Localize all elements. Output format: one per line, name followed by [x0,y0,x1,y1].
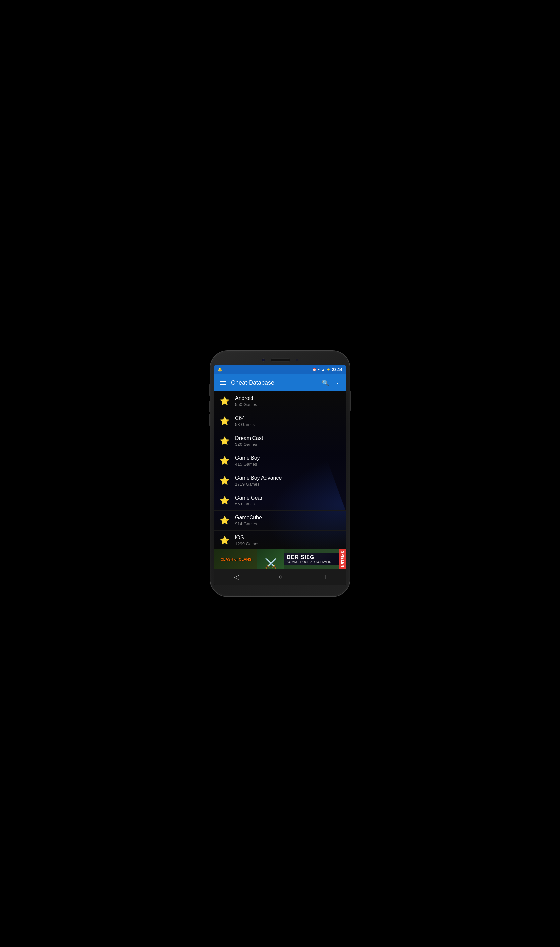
item-text-ios: iOS 1299 Games [235,535,260,546]
list-item-c64[interactable]: ⭐ C64 58 Games [214,411,346,431]
item-title-android: Android [235,396,257,401]
notification-icon: 🔔 [218,367,222,371]
item-title-gamecube: GameCube [235,515,262,521]
ad-subtext: KOMMT HOCH ZU SCHWEIN [287,560,337,564]
item-text-gamecube: GameCube 914 Games [235,515,262,527]
ad-text: DER SIEG KOMMT HOCH ZU SCHWEIN [284,553,339,565]
recent-apps-button[interactable]: □ [315,570,332,584]
item-count-c64: 58 Games [235,422,255,427]
search-icon[interactable]: 🔍 [320,378,330,388]
phone-bottom [214,585,346,590]
star-icon: ⭐ [220,536,230,545]
item-title-c64: C64 [235,415,255,421]
ad-banner[interactable]: CLASH of CLANS ⚔️ DER SIEG KOMMT HOCH ZU… [214,549,346,569]
phone-frame: 🔔 ⏰ ▾ ▲ ⚡ 23:14 Cheat-Database 🔍 ⋮ [211,351,349,596]
item-title-ios: iOS [235,535,260,540]
item-text-android: Android 550 Games [235,396,257,407]
ad-cta-button[interactable]: SPIELEN [339,549,346,569]
list-item-gamecube[interactable]: ⭐ GameCube 914 Games [214,511,346,531]
item-title-gameboyadvance: Game Boy Advance [235,475,282,481]
list-item-ios[interactable]: ⭐ iOS 1299 Games [214,531,346,549]
signal-icon: ▲ [322,368,325,371]
screen: 🔔 ⏰ ▾ ▲ ⚡ 23:14 Cheat-Database 🔍 ⋮ [214,365,346,585]
item-count-dreamcast: 326 Games [235,442,263,447]
star-icon: ⭐ [220,496,230,505]
star-icon: ⭐ [220,456,230,465]
ad-character-icon: ⚔️ [265,559,277,568]
phone-top [214,357,346,365]
hamburger-icon [220,382,226,383]
front-camera [262,358,265,362]
item-text-dreamcast: Dream Cast 326 Games [235,435,263,447]
item-count-ios: 1299 Games [235,541,260,546]
more-options-icon[interactable]: ⋮ [333,378,342,388]
nav-bar: ◁ ○ □ [214,569,346,585]
battery-icon: ⚡ [326,368,330,371]
status-time: 23:14 [332,367,342,372]
menu-button[interactable] [218,380,227,386]
list-item-gameboy[interactable]: ⭐ Game Boy 415 Games [214,451,346,471]
sensor [295,359,298,361]
list-item-android[interactable]: ⭐ Android 550 Games [214,391,346,411]
toolbar-actions: 🔍 ⋮ [320,378,342,388]
list-item-gameboyadvance[interactable]: ⭐ Game Boy Advance 1719 Games [214,471,346,491]
item-count-gamecube: 914 Games [235,521,262,527]
item-title-dreamcast: Dream Cast [235,435,263,441]
home-button[interactable]: ○ [272,570,289,584]
item-count-gamegear: 55 Games [235,502,263,507]
item-text-gameboyadvance: Game Boy Advance 1719 Games [235,475,282,487]
hamburger-icon [220,381,226,382]
hamburger-icon [220,384,226,385]
list-item-dreamcast[interactable]: ⭐ Dream Cast 326 Games [214,431,346,451]
back-button[interactable]: ◁ [227,570,246,584]
item-title-gameboy: Game Boy [235,455,260,461]
item-text-gameboy: Game Boy 415 Games [235,455,260,467]
alarm-icon: ⏰ [312,368,317,371]
status-right: ⏰ ▾ ▲ ⚡ 23:14 [312,367,342,372]
star-icon: ⭐ [220,476,230,485]
item-text-gamegear: Game Gear 55 Games [235,495,263,507]
item-count-gameboy: 415 Games [235,462,260,467]
item-title-gamegear: Game Gear [235,495,263,501]
star-icon: ⭐ [220,516,230,525]
status-bar: 🔔 ⏰ ▾ ▲ ⚡ 23:14 [214,365,346,374]
ad-characters: ⚔️ [257,549,284,569]
content-area: ⭐ Android 550 Games ⭐ C64 58 Games ⭐ Dre… [214,391,346,549]
star-icon: ⭐ [220,436,230,445]
star-icon: ⭐ [220,416,230,426]
status-left: 🔔 [218,367,222,371]
ad-logo-area: CLASH of CLANS [214,549,257,569]
item-count-android: 550 Games [235,402,257,407]
ad-headline: DER SIEG [287,554,337,560]
item-text-c64: C64 58 Games [235,415,255,427]
star-icon: ⭐ [220,396,230,406]
earpiece-speaker [271,358,290,362]
list-item-gamegear[interactable]: ⭐ Game Gear 55 Games [214,491,346,511]
item-count-gameboyadvance: 1719 Games [235,482,282,487]
app-title: Cheat-Database [231,379,317,386]
clash-logo: CLASH of CLANS [221,557,251,561]
toolbar: Cheat-Database 🔍 ⋮ [214,374,346,391]
wifi-icon: ▾ [318,368,320,371]
